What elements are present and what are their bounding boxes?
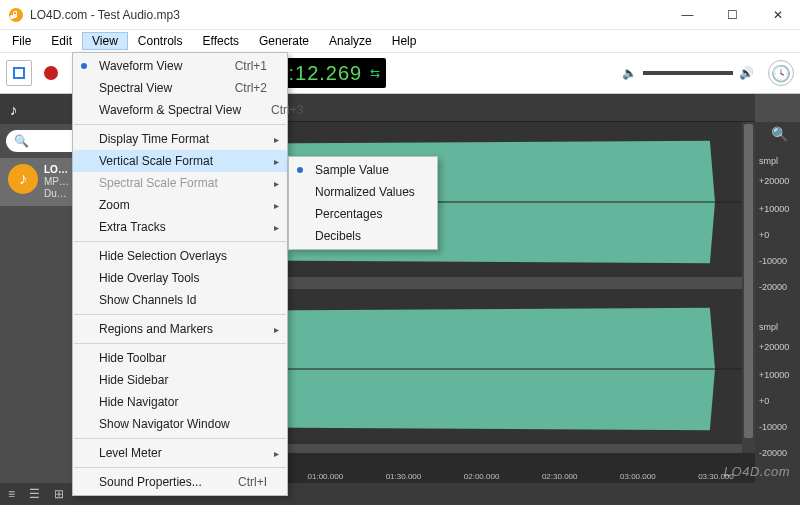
view-menu-separator — [74, 124, 286, 125]
menu-view[interactable]: View — [82, 32, 128, 50]
view-menu-item[interactable]: Zoom▸ — [73, 194, 287, 216]
window-title: LO4D.com - Test Audio.mp3 — [30, 8, 665, 22]
window-minimize-button[interactable]: — — [665, 0, 710, 29]
view-menu-separator — [74, 314, 286, 315]
view-menu-item[interactable]: Display Time Format▸ — [73, 128, 287, 150]
view-menu-item[interactable]: Level Meter▸ — [73, 442, 287, 464]
submenu-arrow-icon: ▸ — [274, 134, 279, 145]
menu-generate[interactable]: Generate — [249, 32, 319, 50]
submenu-arrow-icon: ▸ — [274, 200, 279, 211]
view-menu-label: Hide Selection Overlays — [99, 249, 227, 263]
view-menu-item[interactable]: Hide Toolbar — [73, 347, 287, 369]
window-maximize-button[interactable]: ☐ — [710, 0, 755, 29]
timeline-tick: 03:00.000 — [599, 472, 677, 483]
menu-effects[interactable]: Effects — [193, 32, 249, 50]
timeline-tick: 01:30.000 — [364, 472, 442, 483]
view-menu-item[interactable]: Sound Properties...Ctrl+I — [73, 471, 287, 493]
checked-dot-icon — [297, 167, 303, 173]
view-menu-label: Hide Navigator — [99, 395, 178, 409]
submenu-arrow-icon: ▸ — [274, 156, 279, 167]
view-menu-label: Hide Toolbar — [99, 351, 166, 365]
track-meta: LO… MP… Du… — [44, 164, 69, 200]
view-menu-label: Spectral View — [99, 81, 172, 95]
amp-tick: +20000 — [759, 342, 789, 352]
speaker-mute-icon[interactable]: 🔈 — [622, 66, 637, 80]
vertical-scale-submenu: Sample ValueNormalized ValuesPercentages… — [288, 156, 438, 250]
amp-unit-1: smpl — [759, 156, 778, 166]
amp-tick: -10000 — [759, 256, 787, 266]
view-menu-label: Level Meter — [99, 446, 162, 460]
view-menu-label: Regions and Markers — [99, 322, 213, 336]
timeline-tick: 02:00.000 — [443, 472, 521, 483]
shortcut-label: Ctrl+I — [208, 475, 267, 489]
menu-controls[interactable]: Controls — [128, 32, 193, 50]
amp-unit-2: smpl — [759, 322, 778, 332]
scale-submenu-item[interactable]: Sample Value — [289, 159, 437, 181]
view-menu-separator — [74, 343, 286, 344]
scale-submenu-item[interactable]: Percentages — [289, 203, 437, 225]
view-menu-item[interactable]: Regions and Markers▸ — [73, 318, 287, 340]
menu-help[interactable]: Help — [382, 32, 427, 50]
window-close-button[interactable]: ✕ — [755, 0, 800, 29]
watermark: LO4D.com — [724, 464, 790, 479]
menu-edit[interactable]: Edit — [41, 32, 82, 50]
view-menu-label: Waveform View — [99, 59, 182, 73]
track-line2: MP… — [44, 176, 69, 188]
view-menu-item: Spectral Scale Format▸ — [73, 172, 287, 194]
speaker-icon[interactable]: 🔊 — [739, 66, 754, 80]
view-menu-label: Show Channels Id — [99, 293, 196, 307]
timeline-tick: 01:00.000 — [286, 472, 364, 483]
view-menu-item[interactable]: Vertical Scale Format▸ — [73, 150, 287, 172]
scale-submenu-item[interactable]: Normalized Values — [289, 181, 437, 203]
shortcut-label: Ctrl+3 — [241, 103, 303, 117]
magnify-icon[interactable]: 🔍 — [771, 126, 788, 142]
submenu-arrow-icon: ▸ — [274, 324, 279, 335]
view-menu-item[interactable]: Show Navigator Window — [73, 413, 287, 435]
view-menu-label: Spectral Scale Format — [99, 176, 218, 190]
submenu-arrow-icon: ▸ — [274, 448, 279, 459]
view-list-icon[interactable]: ≡ — [8, 487, 15, 501]
menu-file[interactable]: File — [2, 32, 41, 50]
record-button[interactable] — [38, 60, 64, 86]
view-menu-item[interactable]: Spectral ViewCtrl+2 — [73, 77, 287, 99]
view-menu-label: Show Navigator Window — [99, 417, 230, 431]
amp-tick: +0 — [759, 230, 769, 240]
amp-tick: -10000 — [759, 422, 787, 432]
amp-tick: +20000 — [759, 176, 789, 186]
volume-area: 🔈 🔊 🕓 — [622, 60, 794, 86]
view-menu-label: Waveform & Spectral View — [99, 103, 241, 117]
amp-tick: +10000 — [759, 204, 789, 214]
view-menu-separator — [74, 438, 286, 439]
volume-slider[interactable] — [643, 71, 733, 75]
view-menu-item[interactable]: Hide Overlay Tools — [73, 267, 287, 289]
view-menu-item[interactable]: Extra Tracks▸ — [73, 216, 287, 238]
view-menu-item[interactable]: Show Channels Id — [73, 289, 287, 311]
scale-submenu-label: Decibels — [315, 229, 361, 243]
track-thumb-icon: ♪ — [8, 164, 38, 194]
menu-analyze[interactable]: Analyze — [319, 32, 382, 50]
app-icon — [8, 7, 24, 23]
view-menu-separator — [74, 467, 286, 468]
amplitude-ruler: 🔍 smpl +20000 +10000 +0 -10000 -20000 sm… — [755, 122, 800, 483]
titlebar: LO4D.com - Test Audio.mp3 — ☐ ✕ — [0, 0, 800, 30]
view-grid-icon[interactable]: ⊞ — [54, 487, 64, 501]
view-menu-item[interactable]: Hide Selection Overlays — [73, 245, 287, 267]
history-button[interactable]: 🕓 — [768, 60, 794, 86]
scale-submenu-item[interactable]: Decibels — [289, 225, 437, 247]
view-menu-label: Vertical Scale Format — [99, 154, 213, 168]
view-menu-label: Hide Overlay Tools — [99, 271, 200, 285]
view-menu-label: Zoom — [99, 198, 130, 212]
amp-tick: +0 — [759, 396, 769, 406]
scale-submenu-label: Sample Value — [315, 163, 389, 177]
vertical-scrollbar[interactable] — [742, 122, 755, 453]
submenu-arrow-icon: ▸ — [274, 222, 279, 233]
view-menu-item[interactable]: Waveform ViewCtrl+1 — [73, 55, 287, 77]
lock-icon: ⇆ — [370, 66, 380, 80]
view-menu-item[interactable]: Hide Navigator — [73, 391, 287, 413]
view-menu-item[interactable]: Hide Sidebar — [73, 369, 287, 391]
view-menu-dropdown: Waveform ViewCtrl+1Spectral ViewCtrl+2Wa… — [72, 52, 288, 496]
view-detail-icon[interactable]: ☰ — [29, 487, 40, 501]
stop-button[interactable] — [6, 60, 32, 86]
amp-tick: +10000 — [759, 370, 789, 380]
view-menu-item[interactable]: Waveform & Spectral ViewCtrl+3 — [73, 99, 287, 121]
